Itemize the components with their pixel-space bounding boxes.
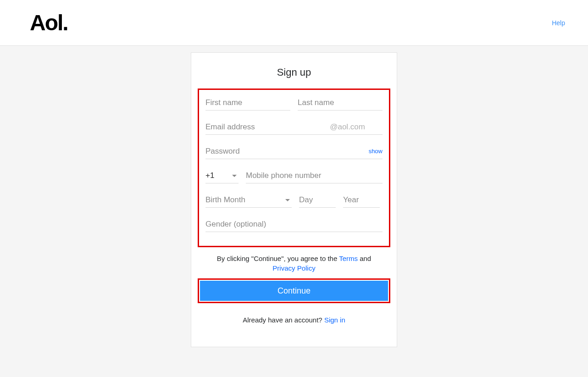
chevron-down-icon xyxy=(232,175,237,177)
password-field[interactable]: Password show xyxy=(205,143,383,159)
birth-month-selector[interactable]: Birth Month xyxy=(205,192,292,208)
birth-day-field[interactable]: Day xyxy=(299,192,336,208)
signin-prompt: Already have an account? Sign in xyxy=(198,316,390,324)
chevron-down-icon xyxy=(285,199,290,201)
signin-link[interactable]: Sign in xyxy=(324,316,345,324)
legal-middle: and xyxy=(358,255,371,262)
legal-prefix: By clicking "Continue", you agree to the xyxy=(217,255,339,262)
country-code-selector[interactable]: +1 xyxy=(205,167,239,183)
birth-year-placeholder: Year xyxy=(343,195,359,204)
birth-year-field[interactable]: Year xyxy=(343,192,380,208)
first-name-placeholder: First name xyxy=(205,98,242,107)
last-name-placeholder: Last name xyxy=(298,98,334,107)
page-title: Sign up xyxy=(198,67,390,78)
phone-placeholder: Mobile phone number xyxy=(246,171,321,180)
button-highlight-box: Continue xyxy=(198,278,390,303)
signin-prefix: Already have an account? xyxy=(243,316,324,324)
email-placeholder: Email address xyxy=(205,122,255,131)
password-placeholder: Password xyxy=(205,147,240,155)
country-code-value: +1 xyxy=(205,171,214,180)
legal-text: By clicking "Continue", you agree to the… xyxy=(207,254,381,273)
header: Aol. Help xyxy=(0,0,588,46)
email-field[interactable]: Email address @aol.com xyxy=(205,119,383,135)
email-suffix-label: @aol.com xyxy=(330,122,365,132)
terms-link[interactable]: Terms xyxy=(339,255,358,262)
continue-button[interactable]: Continue xyxy=(200,281,388,301)
phone-field[interactable]: Mobile phone number xyxy=(246,167,383,183)
birth-day-placeholder: Day xyxy=(299,195,313,204)
show-password-link[interactable]: show xyxy=(369,148,383,155)
privacy-link[interactable]: Privacy Policy xyxy=(272,264,315,272)
birth-month-placeholder: Birth Month xyxy=(205,195,285,205)
gender-placeholder: Gender (optional) xyxy=(205,220,266,228)
gender-field[interactable]: Gender (optional) xyxy=(205,216,383,232)
first-name-field[interactable]: First name xyxy=(205,94,290,111)
form-highlight-box: First name Last name Email address @aol.… xyxy=(198,89,390,247)
last-name-field[interactable]: Last name xyxy=(298,94,383,111)
aol-logo: Aol. xyxy=(30,10,68,35)
signup-card: Sign up First name Last name Email addre… xyxy=(191,52,397,347)
help-link[interactable]: Help xyxy=(552,19,565,27)
